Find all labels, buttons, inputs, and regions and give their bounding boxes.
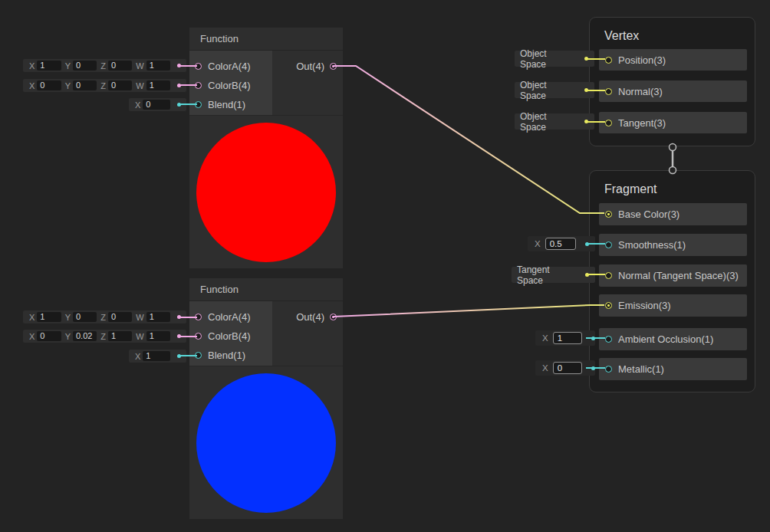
node-function-1[interactable]: Function ColorA(4) ColorB(4) Blend(1) Ou… [189, 28, 343, 268]
field-value-w[interactable]: 1 [146, 80, 170, 90]
field-label: Z [99, 81, 106, 90]
ambient-occlusion-value-field[interactable]: 1 [553, 332, 582, 344]
port-label: Tangent(3) [618, 117, 666, 129]
input-port-colorb[interactable] [195, 333, 202, 340]
field-label: X [133, 100, 140, 110]
input-port-blend[interactable] [195, 101, 202, 108]
field-value-x[interactable]: 0 [37, 80, 61, 90]
field-value-x[interactable]: 1 [143, 351, 170, 361]
field-value-x[interactable]: 0 [37, 331, 61, 341]
position-space-dropdown[interactable]: Object Space [515, 51, 594, 67]
port-label: Base Color(3) [618, 209, 680, 220]
port-label: Normal (Tangent Space)(3) [618, 270, 739, 281]
port-label: Normal(3) [618, 86, 663, 97]
port-label: Out(4) [296, 61, 324, 72]
tangent-space-dropdown[interactable]: Object Space [515, 113, 594, 130]
colora-vector4-widget: X 1 Y 0 Z 0 W 1 [23, 310, 186, 323]
field-label: X [28, 313, 35, 322]
row-emission: Emission(3) [599, 294, 747, 317]
input-port-tangent[interactable] [605, 120, 612, 126]
port-label: ColorA(4) [208, 61, 251, 72]
field-label: W [134, 313, 143, 322]
row-base-color: Base Color(3) [599, 203, 747, 225]
blend-float-widget: X 0 [129, 98, 186, 111]
field-value-z[interactable]: 1 [108, 331, 132, 341]
field-value-w[interactable]: 1 [146, 331, 170, 341]
field-value-z[interactable]: 0 [108, 61, 132, 71]
input-port-normal[interactable] [605, 88, 612, 95]
vertex-title: Vertex [604, 27, 755, 45]
node-function-2[interactable]: Function ColorA(4) ColorB(4) Blend(1) Ou… [189, 278, 343, 519]
port-label: Blend(1) [208, 350, 245, 361]
port-stub-dot [585, 273, 589, 277]
node-function-1-title[interactable]: Function [189, 28, 343, 51]
wire-out-to-emission[interactable] [334, 305, 604, 317]
port-label: ColorB(4) [208, 330, 251, 342]
port-stub-dot [177, 103, 181, 107]
input-port-emission[interactable] [605, 302, 612, 309]
input-port-normal-ts[interactable] [605, 272, 612, 279]
colorb-vector4-widget: X 0 Y 0.02 Z 1 W 1 [23, 330, 186, 343]
field-label: X [541, 333, 548, 343]
row-smoothness: Smoothness(1) [599, 234, 747, 256]
normal-space-dropdown[interactable]: Object Space [515, 82, 594, 98]
preview-circle-red [196, 123, 336, 262]
input-port-blend[interactable] [195, 352, 202, 359]
normal-ts-space-dropdown[interactable]: Tangent Space [512, 267, 595, 283]
space-label: Object Space [520, 111, 573, 133]
preview-circle-blue [196, 373, 336, 513]
input-port-position[interactable] [605, 57, 612, 64]
field-value-z[interactable]: 0 [108, 312, 132, 322]
node-function-2-preview [189, 366, 343, 519]
node-function-1-inputs: ColorA(4) ColorB(4) Blend(1) [189, 51, 272, 115]
field-value-y[interactable]: 0.02 [73, 331, 97, 341]
port-stub-dot [584, 57, 588, 61]
space-label: Tangent Space [517, 264, 574, 286]
space-label: Object Space [520, 48, 573, 70]
output-port-out[interactable] [330, 63, 337, 70]
input-port-base-color[interactable] [605, 211, 612, 218]
field-label: X [28, 332, 35, 341]
input-port-colora[interactable] [195, 314, 202, 320]
field-value-y[interactable]: 0 [73, 61, 97, 71]
field-label: Y [64, 81, 71, 90]
field-label: W [134, 81, 143, 90]
field-label: Z [99, 332, 106, 341]
input-port-metallic[interactable] [605, 366, 612, 373]
port-stub-dot [591, 337, 595, 340]
smoothness-value-widget: X 0.5 [528, 236, 595, 251]
node-fragment[interactable]: Fragment Base Color(3) Smoothness(1) Nor… [589, 170, 755, 392]
input-port-smoothness[interactable] [605, 241, 612, 248]
port-row-blend: Blend(1) [189, 95, 272, 114]
smoothness-value-field[interactable]: 0.5 [545, 238, 576, 250]
node-function-1-outputs: Out(4) [272, 51, 343, 115]
port-label: ColorA(4) [208, 311, 251, 323]
port-stub-dot [584, 88, 588, 92]
port-label: Out(4) [296, 311, 324, 323]
row-normal-tangent-space: Normal (Tangent Space)(3) [599, 264, 747, 287]
row-normal: Normal(3) [599, 80, 747, 102]
field-value-y[interactable]: 0 [73, 312, 97, 322]
node-vertex[interactable]: Vertex Position(3) Normal(3) Tangent(3) [589, 17, 755, 146]
field-value-w[interactable]: 1 [146, 61, 170, 71]
port-label: Smoothness(1) [618, 239, 686, 251]
metallic-value-field[interactable]: 0 [553, 362, 582, 374]
input-port-colora[interactable] [195, 63, 202, 70]
field-value-x[interactable]: 1 [37, 61, 61, 71]
port-stub-dot [585, 242, 589, 246]
port-label: Ambient Occlusion(1) [618, 333, 713, 345]
field-value-x[interactable]: 0 [143, 100, 170, 110]
field-value-z[interactable]: 0 [108, 80, 132, 90]
metallic-value-widget: X 0 [535, 360, 595, 376]
node-function-1-preview [189, 115, 343, 268]
field-label: Z [99, 61, 106, 71]
output-port-out[interactable] [330, 314, 337, 320]
input-port-ambient-occlusion[interactable] [605, 336, 612, 343]
port-label: Metallic(1) [618, 363, 664, 375]
field-value-x[interactable]: 1 [37, 312, 61, 322]
input-port-colorb[interactable] [195, 82, 202, 89]
row-metallic: Metallic(1) [599, 358, 747, 380]
field-value-y[interactable]: 0 [73, 80, 97, 90]
node-function-2-title[interactable]: Function [189, 278, 343, 301]
field-value-w[interactable]: 1 [146, 312, 170, 322]
